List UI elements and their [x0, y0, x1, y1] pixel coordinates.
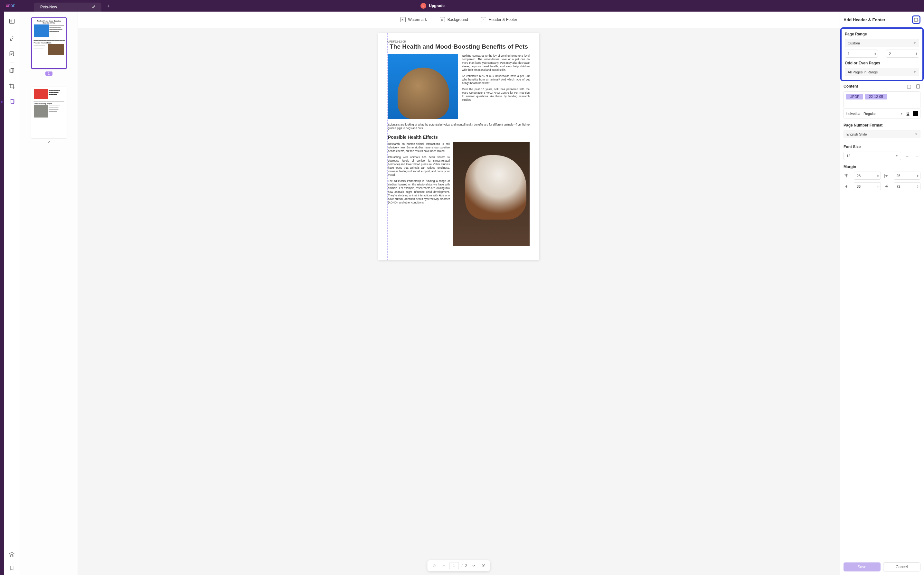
page-thumbnail-1[interactable]: The Health and Mood-BoostingBenefits of …	[31, 17, 67, 69]
page-tools-icon[interactable]	[8, 98, 16, 106]
section-heading: Possible Health Effects	[388, 135, 449, 140]
thumbnail-panel: The Health and Mood-BoostingBenefits of …	[20, 11, 78, 279]
reader-tool-icon[interactable]	[8, 17, 16, 25]
tab-rename-icon[interactable]	[92, 5, 95, 10]
organize-pages-tool-icon[interactable]	[8, 67, 16, 75]
document-tab[interactable]: Pets-New	[34, 3, 102, 11]
thumb-wrap-2: ▬▬▬▬▬▬▬ ▬▬▬▬▬▬ ▬▬▬▬▬ ▬▬▬▬▬▬▬▬▬▬▬▬▬▬▬▬▬▬▬…	[31, 87, 67, 144]
highlight-tool-icon[interactable]	[8, 35, 16, 42]
watermark-icon: ◩	[400, 17, 406, 22]
titlebar: UPDF Pets-New ＋ L Upgrade	[0, 0, 449, 11]
background-icon: ▦	[440, 17, 445, 22]
upgrade-link[interactable]: Upgrade	[429, 3, 445, 8]
tab-background[interactable]: ▦ Background	[440, 17, 449, 22]
updf-logo: UPDF	[6, 4, 24, 8]
page-preview: UPDF22-12-05 The Health and Mood-Boostin…	[378, 33, 449, 260]
page-tools-tabs: ◩ Watermark ▦ Background ≡ Header & Foot…	[78, 11, 449, 28]
edit-text-tool-icon[interactable]	[8, 50, 16, 58]
avatar[interactable]: L	[421, 3, 426, 9]
app-frame: The Health and Mood-BoostingBenefits of …	[4, 11, 449, 279]
page-number-2: 2	[48, 140, 49, 144]
page-thumbnail-2[interactable]: ▬▬▬▬▬▬▬ ▬▬▬▬▬▬ ▬▬▬▬▬ ▬▬▬▬▬▬▬▬▬▬▬▬▬▬▬▬▬▬▬…	[31, 87, 67, 138]
account-area: L Upgrade	[421, 3, 445, 9]
svg-text:UPDF: UPDF	[6, 4, 15, 8]
page-canvas[interactable]: UPDF22-12-05 The Health and Mood-Boostin…	[78, 28, 449, 279]
thumb-wrap-1: The Health and Mood-BoostingBenefits of …	[31, 17, 67, 76]
cat-image	[388, 54, 449, 119]
document-title: The Health and Mood-Boosting Benefits of…	[388, 43, 449, 50]
page-number-badge-1: 1	[45, 71, 52, 76]
header-preview-text: UPDF22-12-05	[387, 40, 406, 43]
new-tab-button[interactable]: ＋	[106, 3, 111, 9]
tab-title: Pets-New	[40, 5, 57, 10]
center-area: ◩ Watermark ▦ Background ≡ Header & Foot…	[78, 11, 449, 279]
tab-watermark[interactable]: ◩ Watermark	[400, 17, 427, 22]
crop-tool-icon[interactable]	[8, 83, 16, 90]
left-toolbar	[4, 11, 20, 279]
